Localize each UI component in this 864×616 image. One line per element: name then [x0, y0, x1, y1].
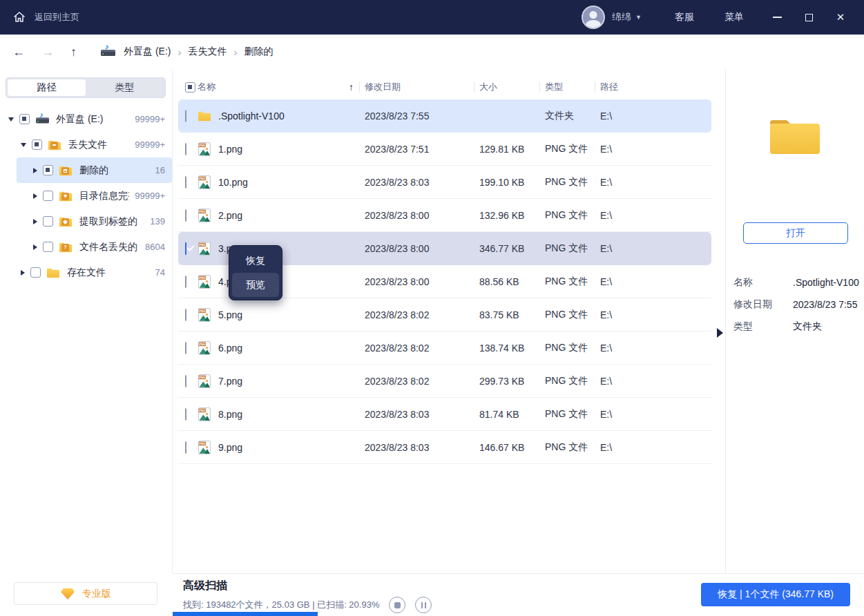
sidebar-item-lost-files[interactable]: 丢失文件 99999+	[0, 132, 172, 157]
home-icon[interactable]	[12, 10, 26, 24]
back-icon[interactable]: ←	[12, 46, 25, 58]
tab-type[interactable]: 类型	[86, 79, 164, 96]
chevron-expand-icon[interactable]	[8, 117, 14, 122]
tree-item-label: 存在文件	[67, 267, 106, 279]
user-name: 绵绵	[612, 11, 631, 23]
tree-checkbox[interactable]	[43, 242, 53, 252]
png-file-icon	[198, 275, 211, 289]
sidebar-item-existing-files[interactable]: 存在文件 74	[0, 260, 172, 285]
scan-stats: 找到: 193482个文件，25.03 GB | 已扫描: 20.93%	[183, 597, 432, 613]
chevron-collapsed-icon[interactable]	[33, 244, 37, 250]
field-value: 文件夹	[793, 320, 822, 333]
file-path: E:\	[595, 243, 711, 254]
minimize-button[interactable]	[763, 3, 791, 31]
breadcrumb-item-deleted[interactable]: 删除的	[244, 46, 273, 58]
avatar-person-icon	[586, 20, 601, 29]
context-menu-item-preview[interactable]: 预览	[232, 273, 279, 297]
row-checkbox[interactable]	[185, 375, 186, 387]
pause-icon	[425, 602, 426, 608]
tree-checkbox[interactable]	[32, 139, 42, 150]
png-file-icon	[198, 142, 211, 156]
support-link[interactable]: 客服	[675, 11, 694, 23]
file-date: 2023/8/23 8:03	[359, 409, 474, 420]
sidebar-item-filename-lost[interactable]: ? 文件名丢失的 8604	[0, 234, 172, 260]
open-button[interactable]: 打开	[743, 222, 848, 244]
user-menu[interactable]: 绵绵 ▼	[612, 11, 642, 23]
menu-link[interactable]: 菜单	[724, 11, 744, 23]
table-row[interactable]: 8.png 2023/8/23 8:03 81.74 KB PNG 文件 E:\	[178, 398, 711, 431]
drive-icon	[100, 45, 117, 59]
close-button[interactable]: ✕	[827, 3, 854, 31]
tree-checkbox[interactable]	[43, 216, 53, 227]
chevron-collapsed-icon[interactable]	[21, 270, 25, 276]
file-name: 10.png	[218, 177, 359, 188]
tree-checkbox[interactable]	[43, 191, 53, 201]
back-to-home-link[interactable]: 返回到主页	[35, 11, 79, 23]
panel-collapse-handle-icon[interactable]	[717, 328, 723, 338]
table-row[interactable]: .Spotlight-V100 2023/8/23 7:55 文件夹 E:\	[178, 99, 711, 133]
sidebar: 路径 类型 外置盘 (E:) 99999+ 丢失文件 99999+	[0, 69, 173, 573]
stop-scan-button[interactable]	[389, 597, 405, 613]
table-row[interactable]: 1.png 2023/8/23 7:51 129.81 KB PNG 文件 E:…	[178, 133, 711, 166]
column-name[interactable]: 名称	[198, 81, 215, 93]
row-checkbox[interactable]	[185, 176, 186, 189]
titlebar: 返回到主页 绵绵 ▼ 客服 菜单 ✕	[0, 0, 864, 35]
table-row[interactable]: 6.png 2023/8/23 8:02 138.74 KB PNG 文件 E:…	[178, 331, 711, 365]
maximize-button[interactable]	[795, 3, 823, 31]
column-size[interactable]: 大小	[474, 75, 539, 99]
upgrade-pro-button[interactable]: 专业版	[14, 582, 157, 605]
pause-scan-button[interactable]	[415, 597, 432, 613]
table-row[interactable]: 10.png 2023/8/23 8:03 199.10 KB PNG 文件 E…	[178, 166, 711, 199]
table-row[interactable]: 5.png 2023/8/23 8:02 83.75 KB PNG 文件 E:\	[178, 298, 711, 331]
file-size: 146.67 KB	[474, 442, 539, 453]
tree-item-label: 文件名丢失的	[79, 241, 137, 253]
tree-checkbox[interactable]	[43, 165, 53, 175]
forward-icon[interactable]: →	[41, 46, 54, 58]
tree-checkbox[interactable]	[19, 114, 30, 124]
up-icon[interactable]: ↑	[70, 46, 77, 58]
column-type[interactable]: 类型	[539, 75, 595, 99]
sidebar-item-external-drive[interactable]: 外置盘 (E:) 99999+	[0, 106, 172, 132]
row-checkbox[interactable]	[185, 441, 186, 454]
sidebar-item-directory-complete[interactable]: ★ 目录信息完整的 99999+	[0, 183, 172, 209]
row-checkbox[interactable]	[185, 408, 186, 421]
file-date: 2023/8/23 8:00	[359, 243, 474, 254]
chevron-collapsed-icon[interactable]	[33, 168, 37, 173]
chevron-collapsed-icon[interactable]	[33, 193, 37, 199]
chevron-collapsed-icon[interactable]	[33, 219, 37, 224]
sidebar-item-deleted[interactable]: 删除的 16	[17, 157, 172, 183]
row-checkbox[interactable]	[185, 242, 186, 255]
titlebar-left: 返回到主页	[0, 10, 79, 24]
row-checkbox[interactable]	[185, 342, 186, 354]
row-checkbox[interactable]	[185, 309, 186, 321]
chevron-expand-icon[interactable]	[21, 143, 26, 147]
recover-button[interactable]: 恢复 | 1个文件 (346.77 KB)	[701, 583, 850, 606]
row-checkbox[interactable]	[185, 276, 186, 288]
file-size: 83.75 KB	[474, 309, 539, 320]
file-size: 88.56 KB	[474, 276, 539, 287]
sidebar-item-extracted-tags[interactable]: 提取到标签的 139	[0, 209, 172, 234]
maximize-icon	[805, 14, 813, 21]
file-size: 199.10 KB	[474, 177, 539, 188]
table-row[interactable]: 7.png 2023/8/23 8:02 299.73 KB PNG 文件 E:…	[178, 365, 711, 398]
row-checkbox[interactable]	[185, 110, 186, 122]
column-path[interactable]: 路径	[595, 75, 711, 99]
avatar[interactable]	[582, 6, 605, 29]
table-row[interactable]: 2.png 2023/8/23 8:00 132.96 KB PNG 文件 E:…	[178, 199, 711, 232]
breadcrumb-item-lost-files[interactable]: 丢失文件	[188, 46, 227, 58]
column-date[interactable]: 修改日期	[359, 75, 474, 99]
drive-icon	[35, 113, 50, 126]
statusbar: 高级扫描 找到: 193482个文件，25.03 GB | 已扫描: 20.93…	[173, 573, 864, 616]
tree-checkbox[interactable]	[30, 267, 41, 278]
select-all-checkbox[interactable]	[185, 82, 195, 93]
breadcrumb-item-drive[interactable]: 外置盘 (E:)	[124, 46, 171, 58]
png-file-icon	[198, 374, 211, 388]
row-checkbox[interactable]	[185, 209, 186, 222]
file-type: PNG 文件	[539, 176, 595, 189]
sort-ascending-icon[interactable]: ↑	[349, 81, 354, 93]
table-row[interactable]: 9.png 2023/8/23 8:03 146.67 KB PNG 文件 E:…	[178, 431, 711, 464]
row-checkbox[interactable]	[185, 143, 186, 155]
field-label: 类型	[726, 320, 793, 333]
tab-path[interactable]: 路径	[8, 79, 86, 96]
context-menu-item-recover[interactable]: 恢复	[232, 249, 279, 273]
